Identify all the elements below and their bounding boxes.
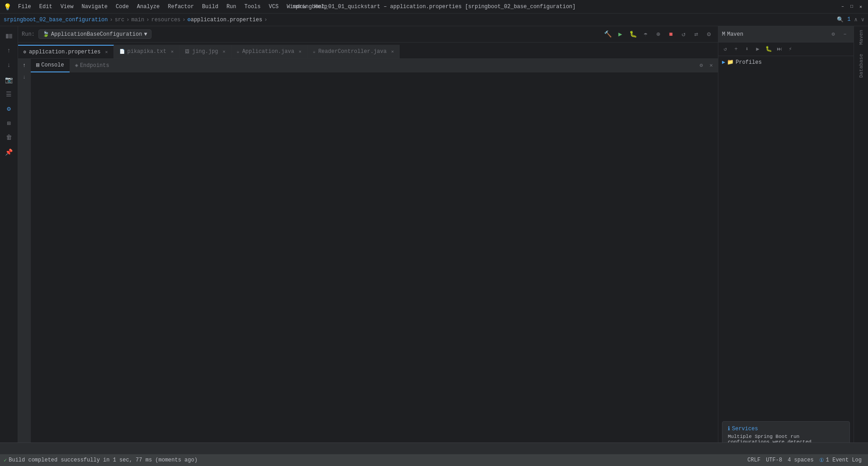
breadcrumb-nav[interactable]: 🔍 1 ∧ ∨ [837, 16, 864, 23]
breadcrumb-down-icon[interactable]: ∨ [861, 16, 864, 23]
minimize-button[interactable]: – [839, 3, 846, 10]
tab-close-btn[interactable]: ✕ [299, 49, 302, 54]
breadcrumb-sep2: › [126, 17, 129, 23]
run-coverage-btn[interactable]: ☂ [640, 29, 651, 40]
menu-item-build[interactable]: Build [198, 3, 222, 11]
status-bar: ✓ Build completed successfully in 1 sec,… [0, 454, 868, 466]
search-breadcrumb-icon[interactable]: 🔍 [837, 16, 844, 23]
breadcrumb-sep5: › [264, 17, 267, 23]
breadcrumb-src[interactable]: src [115, 17, 125, 23]
console-tab-console[interactable]: ▤ Console [31, 59, 70, 72]
breadcrumb-file-icon: ⚙ [187, 16, 190, 23]
breadcrumb-up-icon[interactable]: ∧ [854, 16, 858, 23]
maven-download-btn[interactable]: ⬇ [742, 44, 752, 54]
tab-icon: ☕ [313, 49, 316, 54]
console-scroll-down[interactable]: ↓ [19, 72, 29, 82]
tab-label: pikapika.txt [127, 48, 166, 55]
build-btn[interactable]: 🔨 [602, 29, 613, 40]
rerun-btn[interactable]: ↺ [678, 29, 689, 40]
right-sidebar-database-label[interactable]: Database [859, 50, 864, 81]
tab-close-btn[interactable]: ✕ [171, 49, 174, 54]
breadcrumb-filename[interactable]: application.properties [191, 17, 262, 23]
left-sidebar: ↑ ↓ 📷 ☰ ⚙ ⊞ 🗑 📌 [0, 26, 18, 466]
maven-skip-btn[interactable]: ⏭ [774, 44, 784, 54]
status-indent[interactable]: 4 spaces [785, 457, 816, 463]
console-settings-btn[interactable]: ⚙ [696, 61, 706, 71]
breadcrumb-resources[interactable]: resources [151, 17, 180, 23]
maven-profiles-item[interactable]: ▶ 📁 Profiles [720, 58, 852, 67]
breadcrumb-main[interactable]: main [131, 17, 144, 23]
tab-label: jing.jpg [192, 48, 218, 55]
menu-item-run[interactable]: Run [223, 3, 240, 11]
tab-close-btn[interactable]: ✕ [391, 49, 394, 54]
window-controls[interactable]: – □ ✕ [839, 3, 864, 10]
console-close-btn[interactable]: ✕ [706, 61, 716, 71]
sidebar-camera-icon[interactable]: 📷 [3, 73, 15, 86]
menu-item-navigate[interactable]: Navigate [78, 3, 111, 11]
sidebar-list-icon[interactable]: ☰ [3, 88, 15, 100]
sync-btn[interactable]: ⇄ [691, 29, 702, 40]
app-icon: 💡 [4, 3, 11, 10]
editor-tab-ReaderController-java[interactable]: ☕ ReaderController.java ✕ [307, 45, 400, 58]
breadcrumb-project[interactable]: srpingboot_02_base_configuration [4, 17, 108, 23]
maven-generate-btn[interactable]: ⚡ [785, 44, 795, 54]
tab-close-btn[interactable]: ✕ [105, 49, 108, 55]
maven-debug-btn[interactable]: 🐛 [764, 44, 774, 54]
console-row: ↑ ↓ ▤ Console ◈ Endpoints ⚙ [18, 59, 718, 466]
status-event-log[interactable]: ① 1 Event Log [816, 457, 864, 464]
close-button[interactable]: ✕ [857, 3, 864, 10]
maven-content: ▶ 📁 Profiles [718, 56, 854, 418]
breadcrumb-sep3: › [146, 17, 149, 23]
editor-tab-jing-jpg[interactable]: 🖼 jing.jpg ✕ [179, 45, 231, 58]
menu-item-file[interactable]: File [14, 3, 35, 11]
bottom-tabs-bar [0, 442, 868, 454]
status-encoding[interactable]: UTF-8 [763, 457, 785, 463]
console-scroll-up[interactable]: ↑ [19, 61, 29, 71]
breadcrumb-counter: 1 [847, 16, 850, 23]
run-toolbar: Run: 🍃 ApplicationBaseConfiguration ▼ 🔨 … [18, 26, 718, 43]
sidebar-pin-icon[interactable]: 📌 [3, 146, 15, 158]
sidebar-run-icon[interactable]: ⚙ [3, 102, 15, 115]
services-title: Services [732, 426, 758, 432]
maximize-button[interactable]: □ [848, 3, 855, 10]
status-message: Build completed successfully in 1 sec, 7… [9, 457, 198, 463]
debug-btn[interactable]: 🐛 [627, 29, 638, 40]
run-btn[interactable]: ▶ [615, 29, 626, 40]
menu-item-tools[interactable]: Tools [241, 3, 264, 11]
menu-item-view[interactable]: View [57, 3, 77, 11]
sidebar-project-icon[interactable] [3, 30, 15, 43]
maven-settings-btn[interactable]: ⚙ [828, 29, 838, 39]
status-crlf[interactable]: CRLF [745, 457, 763, 463]
maven-minimize-btn[interactable]: – [840, 29, 850, 39]
services-info-icon: ℹ [728, 425, 730, 432]
maven-refresh-btn[interactable]: ↺ [720, 44, 730, 54]
menu-item-analyze[interactable]: Analyze [133, 3, 163, 11]
sidebar-down-icon[interactable]: ↓ [3, 59, 15, 71]
right-sidebar-maven-label[interactable]: Maven [859, 26, 864, 48]
stop-btn[interactable]: ■ [665, 29, 676, 40]
maven-panel-header: M Maven ⚙ – [718, 26, 854, 43]
tab-icon: 🖼 [185, 49, 189, 54]
maven-folder-icon: 📁 [727, 59, 734, 66]
editor-tab-application-properties[interactable]: ⚙ application.properties ✕ [18, 45, 114, 58]
tab-close-btn[interactable]: ✕ [223, 49, 226, 54]
maven-add-btn[interactable]: + [731, 44, 741, 54]
console-main: ▤ Console ◈ Endpoints ⚙ ✕ [31, 59, 718, 466]
console-tab-endpoints[interactable]: ◈ Endpoints [70, 59, 115, 72]
menu-item-vcs[interactable]: VCS [265, 3, 283, 11]
menu-item-code[interactable]: Code [112, 3, 132, 11]
settings-btn[interactable]: ⚙ [703, 29, 714, 40]
menu-item-edit[interactable]: Edit [36, 3, 56, 11]
title-bar: 💡 FileEditViewNavigateCodeAnalyzeRefacto… [0, 0, 868, 14]
menu-item-refactor[interactable]: Refactor [164, 3, 198, 11]
sidebar-modules-icon[interactable]: ⊞ [3, 117, 15, 129]
profile-btn[interactable]: ⊕ [653, 29, 664, 40]
editor-tab-Application-java[interactable]: ☕ Application.java ✕ [231, 45, 307, 58]
run-label: Run: [22, 31, 35, 38]
run-config-dropdown[interactable]: 🍃 ApplicationBaseConfiguration ▼ [38, 29, 151, 39]
editor-tab-pikapika-txt[interactable]: 📄 pikapika.txt ✕ [114, 45, 179, 58]
sidebar-delete-icon[interactable]: 🗑 [3, 131, 15, 144]
maven-run-btn[interactable]: ▶ [753, 44, 763, 54]
center-wrapper: Run: 🍃 ApplicationBaseConfiguration ▼ 🔨 … [18, 26, 718, 466]
sidebar-up-icon[interactable]: ↑ [3, 44, 15, 57]
